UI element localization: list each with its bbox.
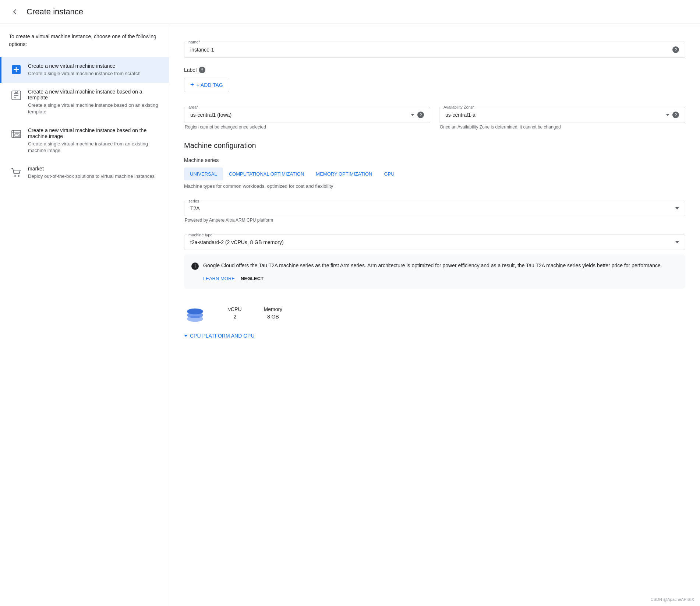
name-text-field: ?: [184, 42, 685, 58]
sidebar-item-title-template-vm: Create a new virtual machine instance ba…: [28, 89, 160, 101]
name-input[interactable]: [190, 47, 672, 53]
area-field-wrapper: area* us-central1 (Iowa) ? Region cannot…: [184, 101, 430, 130]
zone-field-wrapper: Availability Zone* us-central1-a ? Once …: [439, 101, 685, 130]
sidebar-item-content-market: market Deploy out-of-the-box solutions t…: [28, 166, 160, 180]
label-heading: Label ?: [184, 67, 685, 73]
sidebar-item-content-image-vm: Create a new virtual machine instance ba…: [28, 127, 160, 154]
zone-label: Availability Zone*: [442, 105, 476, 109]
machine-series-label: Machine series: [184, 157, 685, 163]
machine-type-dropdown[interactable]: t2a-standard-2 (2 vCPUs, 8 GB memory): [184, 235, 685, 250]
sidebar-item-template-vm[interactable]: Create a new virtual machine instance ba…: [0, 83, 169, 121]
svg-line-13: [15, 134, 17, 135]
name-field-group: name* ?: [184, 36, 685, 58]
area-label: area*: [187, 105, 199, 109]
header: Create instance: [0, 0, 700, 24]
label-section: Label ? + + ADD TAG: [184, 67, 685, 92]
vcpu-label: vCPU: [228, 306, 242, 312]
tab-computational[interactable]: COMPUTATIONAL OPTIMIZATION: [223, 168, 310, 180]
vcpu-value: 2: [228, 314, 242, 320]
series-dropdown-wrapper: series T2A: [184, 195, 685, 216]
memory-item: Memory 8 GB: [264, 306, 283, 320]
zone-select-field[interactable]: us-central1-a ?: [439, 107, 685, 123]
area-value: us-central1 (Iowa): [190, 112, 231, 118]
add-tag-label: + ADD TAG: [197, 82, 223, 88]
info-box-actions: LEARN MORE NEGLECT: [191, 276, 678, 281]
machine-series-tabs: UNIVERSAL COMPUTATIONAL OPTIMIZATION MEM…: [184, 168, 685, 180]
info-box-text: Google Cloud offers the Tau T2A machine …: [203, 262, 662, 270]
sidebar-item-title-new-vm: Create a new virtual machine instance: [28, 63, 160, 69]
area-select-field[interactable]: us-central1 (Iowa) ?: [184, 107, 430, 123]
chevron-down-sm-icon: [184, 335, 188, 337]
machine-type-label: machine type: [187, 233, 214, 237]
sidebar-intro: To create a virtual machine instance, ch…: [0, 33, 169, 57]
memory-label: Memory: [264, 306, 283, 312]
machine-type-chevron-icon: [675, 241, 679, 243]
sidebar-item-desc-new-vm: Create a single virtual machine instance…: [28, 70, 160, 77]
series-chevron-icon: [675, 207, 679, 209]
tab-gpu[interactable]: GPU: [378, 168, 400, 180]
back-button[interactable]: [9, 6, 21, 18]
series-hint: Powered by Ampere Altra ARM CPU platform: [184, 218, 685, 223]
info-box: i Google Cloud offers the Tau T2A machin…: [184, 254, 685, 289]
vcpu-item: vCPU 2: [228, 306, 242, 320]
name-field-label: name*: [187, 40, 202, 44]
svg-line-14: [17, 134, 20, 137]
page-title: Create instance: [26, 7, 83, 17]
machine-type-dropdown-wrapper: machine type t2a-standard-2 (2 vCPUs, 8 …: [184, 229, 685, 250]
cpu-platform-link[interactable]: CPU PLATFORM AND GPU: [184, 333, 685, 339]
name-help-icon[interactable]: ?: [672, 46, 679, 53]
template-square-icon: [10, 89, 22, 101]
area-help-icon[interactable]: ?: [417, 112, 424, 118]
tab-hint: Machine types for common workloads, opti…: [184, 183, 685, 189]
image-square-icon: [10, 128, 22, 140]
dismiss-button[interactable]: NEGLECT: [241, 276, 264, 281]
cart-icon: [10, 166, 22, 178]
label-heading-text: Label: [184, 67, 197, 73]
resource-display: vCPU 2 Memory 8 GB: [184, 296, 685, 330]
svg-point-15: [14, 175, 16, 177]
series-label: series: [187, 199, 201, 203]
machine-type-value: t2a-standard-2 (2 vCPUs, 8 GB memory): [190, 239, 284, 245]
plus-square-icon: [10, 64, 22, 75]
machine-config-title: Machine configuration: [184, 141, 685, 150]
sidebar-item-image-vm[interactable]: Create a new virtual machine instance ba…: [0, 121, 169, 160]
cpu-platform-label: CPU PLATFORM AND GPU: [190, 333, 255, 339]
area-chevron-icon: [411, 114, 414, 116]
sidebar-item-title-market: market: [28, 166, 160, 172]
info-circle-icon: i: [191, 263, 199, 270]
tab-memory[interactable]: MEMORY OPTIMIZATION: [310, 168, 378, 180]
machine-config-section: Machine configuration Machine series UNI…: [184, 141, 685, 339]
zone-help-icon[interactable]: ?: [672, 112, 679, 118]
layers-icon: [184, 302, 206, 324]
svg-point-16: [18, 175, 20, 177]
tab-universal[interactable]: UNIVERSAL: [184, 168, 223, 180]
learn-more-link[interactable]: LEARN MORE: [203, 276, 235, 281]
label-help-icon[interactable]: ?: [199, 67, 205, 73]
sidebar: To create a virtual machine instance, ch…: [0, 24, 169, 606]
main-layout: To create a virtual machine instance, ch…: [0, 24, 700, 606]
info-box-content: i Google Cloud offers the Tau T2A machin…: [191, 262, 678, 270]
area-hint: Region cannot be changed once selected: [184, 124, 430, 130]
sidebar-item-market[interactable]: market Deploy out-of-the-box solutions t…: [0, 160, 169, 186]
sidebar-item-title-image-vm: Create a new virtual machine instance ba…: [28, 127, 160, 139]
add-tag-button[interactable]: + + ADD TAG: [184, 78, 229, 92]
sidebar-item-new-vm[interactable]: Create a new virtual machine instance Cr…: [0, 57, 169, 83]
sidebar-item-desc-image-vm: Create a single virtual machine instance…: [28, 141, 160, 154]
sidebar-item-desc-template-vm: Create a single virtual machine instance…: [28, 102, 160, 115]
watermark: CSDN @ApacheAPISIX: [651, 597, 694, 602]
svg-line-17: [12, 168, 13, 169]
sidebar-item-content-new-vm: Create a new virtual machine instance Cr…: [28, 63, 160, 77]
area-zone-row: area* us-central1 (Iowa) ? Region cannot…: [184, 101, 685, 130]
zone-hint: Once an Availability Zone is determined,…: [439, 124, 685, 130]
zone-value: us-central1-a: [445, 112, 475, 118]
right-panel: name* ? Label ? + + ADD TAG area* us-cen…: [169, 24, 700, 606]
plus-icon: +: [190, 81, 194, 89]
memory-value: 8 GB: [264, 314, 283, 320]
zone-chevron-icon: [666, 114, 669, 116]
series-value: T2A: [190, 205, 200, 211]
sidebar-item-content-template-vm: Create a new virtual machine instance ba…: [28, 89, 160, 115]
series-dropdown[interactable]: T2A: [184, 201, 685, 216]
sidebar-item-desc-market: Deploy out-of-the-box solutions to virtu…: [28, 173, 160, 180]
